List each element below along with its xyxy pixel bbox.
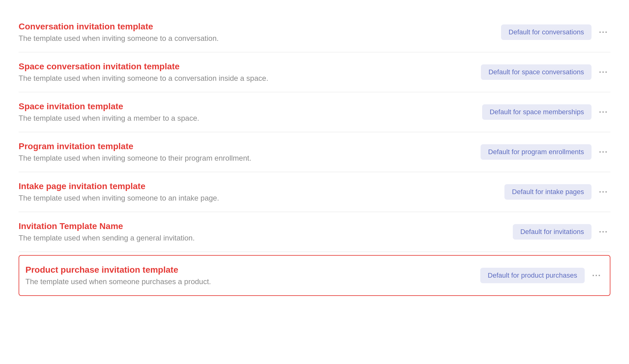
- template-more-button-program-invitation[interactable]: [596, 146, 610, 158]
- template-item-left-program-invitation: Program invitation template The template…: [19, 141, 481, 162]
- template-item-intake-page-invitation: Intake page invitation template The temp…: [19, 172, 610, 212]
- template-badge-program-invitation: Default for program enrollments: [481, 144, 591, 160]
- template-item-right-invitation-template-name: Default for invitations: [513, 224, 610, 240]
- template-badge-invitation-template-name: Default for invitations: [513, 224, 591, 240]
- template-item-conversation-invitation: Conversation invitation template The tem…: [19, 12, 610, 52]
- template-item-product-purchase-invitation: Product purchase invitation template The…: [19, 255, 610, 296]
- template-badge-intake-page-invitation: Default for intake pages: [504, 184, 591, 200]
- template-badge-space-conversation-invitation: Default for space conversations: [481, 64, 591, 80]
- template-title-intake-page-invitation: Intake page invitation template: [19, 181, 504, 191]
- template-more-button-product-purchase-invitation[interactable]: [590, 269, 604, 282]
- template-description-invitation-template-name: The template used when sending a general…: [19, 234, 513, 242]
- template-description-product-purchase-invitation: The template used when someone purchases…: [25, 277, 480, 286]
- template-list: Conversation invitation template The tem…: [19, 12, 610, 296]
- template-item-left-space-invitation: Space invitation template The template u…: [19, 102, 482, 123]
- template-item-right-product-purchase-invitation: Default for product purchases: [480, 268, 604, 283]
- template-item-left-invitation-template-name: Invitation Template Name The template us…: [19, 221, 513, 242]
- template-more-button-space-invitation[interactable]: [596, 106, 610, 118]
- template-item-left-space-conversation-invitation: Space conversation invitation template T…: [19, 62, 481, 83]
- template-badge-conversation-invitation: Default for conversations: [501, 24, 591, 40]
- template-description-space-invitation: The template used when inviting a member…: [19, 114, 482, 123]
- template-description-conversation-invitation: The template used when inviting someone …: [19, 34, 501, 43]
- template-title-space-conversation-invitation: Space conversation invitation template: [19, 62, 481, 72]
- template-item-space-invitation: Space invitation template The template u…: [19, 92, 610, 132]
- template-item-invitation-template-name: Invitation Template Name The template us…: [19, 212, 610, 252]
- template-description-program-invitation: The template used when inviting someone …: [19, 154, 481, 162]
- template-title-invitation-template-name: Invitation Template Name: [19, 221, 513, 231]
- template-more-button-invitation-template-name[interactable]: [596, 226, 610, 238]
- template-item-right-program-invitation: Default for program enrollments: [481, 144, 610, 160]
- template-more-button-intake-page-invitation[interactable]: [596, 186, 610, 198]
- template-item-left-intake-page-invitation: Intake page invitation template The temp…: [19, 181, 504, 202]
- template-badge-product-purchase-invitation: Default for product purchases: [480, 268, 585, 283]
- template-item-right-space-conversation-invitation: Default for space conversations: [481, 64, 610, 80]
- template-description-intake-page-invitation: The template used when inviting someone …: [19, 194, 504, 202]
- template-more-button-conversation-invitation[interactable]: [596, 26, 610, 38]
- template-more-button-space-conversation-invitation[interactable]: [596, 66, 610, 78]
- template-title-product-purchase-invitation: Product purchase invitation template: [25, 265, 480, 275]
- template-item-right-intake-page-invitation: Default for intake pages: [504, 184, 610, 200]
- template-title-space-invitation: Space invitation template: [19, 102, 482, 111]
- template-title-program-invitation: Program invitation template: [19, 141, 481, 151]
- template-item-right-space-invitation: Default for space memberships: [482, 104, 610, 120]
- template-title-conversation-invitation: Conversation invitation template: [19, 22, 501, 32]
- template-item-program-invitation: Program invitation template The template…: [19, 132, 610, 172]
- template-item-space-conversation-invitation: Space conversation invitation template T…: [19, 52, 610, 92]
- template-description-space-conversation-invitation: The template used when inviting someone …: [19, 74, 481, 83]
- template-item-left-conversation-invitation: Conversation invitation template The tem…: [19, 22, 501, 43]
- template-item-left-product-purchase-invitation: Product purchase invitation template The…: [25, 265, 480, 286]
- template-item-right-conversation-invitation: Default for conversations: [501, 24, 610, 40]
- template-badge-space-invitation: Default for space memberships: [482, 104, 591, 120]
